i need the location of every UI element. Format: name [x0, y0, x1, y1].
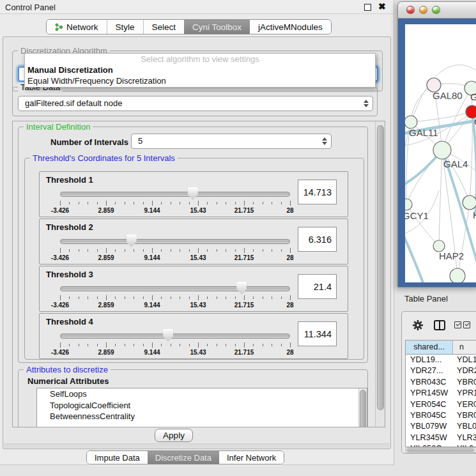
tick-mark	[79, 344, 79, 346]
cell-shared-name[interactable]: YLR345W	[406, 433, 453, 443]
tick-mark	[217, 249, 217, 252]
tick-mark	[60, 248, 61, 253]
float-window-icon[interactable]	[364, 4, 371, 11]
cell-shared-name[interactable]: YDL19...	[406, 355, 453, 365]
cell-name[interactable]: YDL1	[453, 355, 476, 365]
table-data-combobox[interactable]: galFiltered.sif default node	[18, 96, 373, 111]
gear-icon[interactable]	[412, 319, 424, 331]
column-header-shared-name[interactable]: shared...	[406, 341, 453, 354]
tab-style[interactable]: Style	[107, 20, 143, 34]
select-columns-icon[interactable]	[463, 321, 470, 328]
slider-handle-icon[interactable]	[188, 187, 198, 200]
attributes-list-scrollbar[interactable]	[358, 388, 367, 427]
scrollbar-thumb[interactable]	[377, 125, 384, 410]
slider-track[interactable]	[60, 334, 290, 339]
apply-button[interactable]: Apply	[155, 429, 193, 442]
table-row[interactable]: YPR145WYPR1	[406, 388, 476, 399]
table-horizontal-scrollbar[interactable]	[405, 447, 476, 453]
slider-track[interactable]	[60, 286, 290, 291]
attribute-item[interactable]: TopologicalCoefficient	[37, 400, 367, 411]
slider-handle-icon[interactable]	[127, 234, 137, 247]
slider-handle-icon[interactable]	[236, 282, 247, 295]
node-table[interactable]: shared... n YDL19...YDL1YDR27...YDR2YBR0…	[405, 340, 476, 447]
cell-name[interactable]: YBR0	[453, 410, 476, 421]
tick-mark	[134, 296, 134, 299]
network-node[interactable]	[433, 141, 451, 159]
threshold-value-field[interactable]	[298, 321, 337, 346]
threshold-slider[interactable]	[60, 286, 290, 291]
tab-network[interactable]: Network	[47, 20, 107, 34]
cell-name[interactable]: YER0	[453, 399, 476, 410]
table-row[interactable]: YBR045CYBR0	[406, 410, 476, 421]
table-row[interactable]: YBL079WYBL0	[406, 421, 476, 432]
close-icon[interactable]: ✖	[378, 1, 386, 12]
table-row[interactable]: YER054CYER0	[406, 399, 476, 410]
slider-track[interactable]	[60, 239, 290, 244]
network-node[interactable]	[405, 199, 412, 210]
cell-shared-name[interactable]: YER054C	[406, 399, 453, 410]
number-of-intervals-combobox[interactable]: 5	[131, 134, 332, 149]
table-row[interactable]: YDR27...YDR2	[406, 365, 476, 376]
tab-select[interactable]: Select	[143, 20, 185, 34]
tick-mark	[198, 295, 199, 300]
cell-name[interactable]: YBL0	[453, 421, 476, 432]
attributes-group-title: Attributes to discretize	[24, 365, 111, 374]
popup-item-manual-discretization[interactable]: Manual Discretization	[25, 65, 375, 75]
cell-name[interactable]: YLR3	[453, 433, 476, 443]
threshold-value-field[interactable]	[298, 274, 337, 299]
tick-mark	[152, 248, 153, 253]
tab-cyni-toolbox[interactable]: Cyni Toolbox	[184, 20, 250, 34]
cell-name[interactable]: YBR0	[453, 377, 476, 388]
numerical-attributes-list[interactable]: SelfLoops TopologicalCoefficient Between…	[36, 388, 367, 427]
cell-name[interactable]: YPR1	[453, 388, 476, 399]
mac-minimize-icon[interactable]	[419, 6, 427, 14]
settings-vertical-scrollbar[interactable]	[375, 121, 385, 427]
axis-tick-label: 21.715	[234, 349, 254, 356]
cell-shared-name[interactable]: YBR045C	[406, 410, 453, 421]
popup-item-equal-width-frequency[interactable]: Equal Width/Frequency Discretization	[25, 75, 375, 86]
tick-mark	[290, 342, 291, 348]
attribute-item[interactable]: SelfLoops	[37, 388, 367, 400]
table-row[interactable]: YLR345WYLR3	[406, 433, 476, 443]
tab-jactivemnodules[interactable]: jActiveMNodules	[250, 20, 331, 34]
tab-infer-network[interactable]: Infer Network	[219, 451, 284, 464]
tick-mark	[97, 202, 98, 204]
select-columns-icon[interactable]	[454, 321, 461, 328]
axis-tick-label: 15.43	[190, 302, 206, 309]
attribute-item[interactable]: BetweennessCentrality	[37, 411, 367, 422]
table-row[interactable]: YDL19...YDL1	[406, 355, 476, 365]
column-header-name[interactable]: n	[453, 341, 476, 354]
popup-placeholder-item[interactable]: Select algorithm to view settings	[25, 54, 375, 65]
threshold-value-field[interactable]	[298, 227, 337, 252]
column-layout-icon[interactable]	[434, 320, 445, 330]
scrollbar-thumb[interactable]	[407, 449, 474, 452]
cell-shared-name[interactable]: YBR043C	[406, 377, 453, 388]
scrollbar-thumb[interactable]	[360, 390, 366, 427]
threshold-value-field[interactable]	[298, 180, 337, 204]
slider-track[interactable]	[60, 192, 290, 197]
tab-impute-data[interactable]: Impute Data	[87, 451, 148, 464]
tick-mark	[125, 202, 125, 204]
slider-handle-icon[interactable]	[163, 329, 173, 342]
mac-zoom-icon[interactable]	[432, 6, 440, 14]
threshold-slider[interactable]	[60, 239, 290, 244]
threshold-slider[interactable]	[60, 334, 290, 339]
threshold-label: Threshold 2	[46, 222, 93, 232]
mac-close-icon[interactable]	[406, 6, 415, 14]
tab-discretize-data[interactable]: Discretize Data	[148, 451, 219, 464]
tab-infer-network-label: Infer Network	[227, 453, 276, 463]
threshold-slider[interactable]	[60, 192, 290, 197]
cell-shared-name[interactable]: YBL079W	[406, 421, 453, 432]
cell-name[interactable]: YDR2	[453, 365, 476, 376]
network-window-titlebar[interactable]	[398, 2, 476, 19]
tick-mark	[106, 201, 107, 206]
network-node[interactable]	[463, 196, 476, 210]
tick-mark	[143, 344, 144, 346]
cell-shared-name[interactable]: YDR27...	[406, 365, 453, 376]
tick-mark	[180, 202, 180, 204]
network-node[interactable]	[405, 116, 417, 128]
network-node[interactable]	[450, 268, 465, 282]
network-canvas[interactable]: GAL80GACGAL11GAL4GCY1HHAP2	[405, 24, 476, 282]
cell-shared-name[interactable]: YPR145W	[406, 388, 453, 399]
table-row[interactable]: YBR043CYBR0	[406, 377, 476, 388]
